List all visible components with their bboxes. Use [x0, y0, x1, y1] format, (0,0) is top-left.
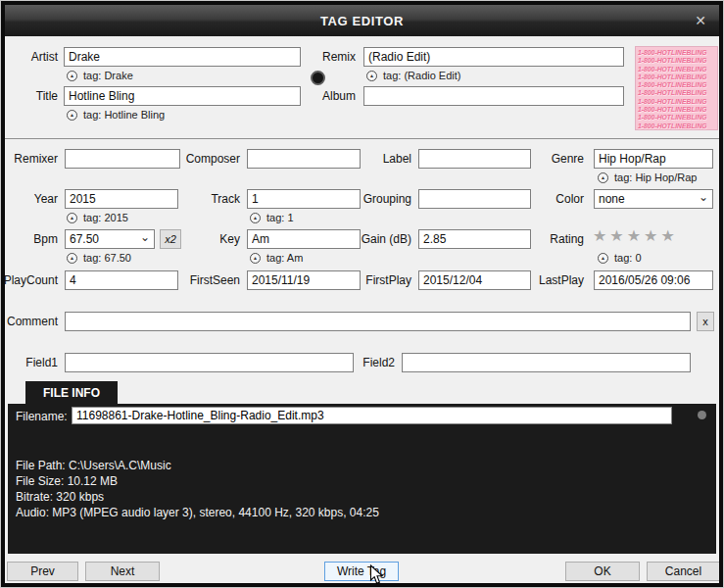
- chevron-down-icon: ⌄: [699, 192, 708, 202]
- file-status-dot-icon: [698, 411, 706, 419]
- close-icon[interactable]: ✕: [695, 5, 706, 37]
- status-led-icon: [311, 71, 325, 85]
- genre-tag-row: ▲ tag: Hip Hop/Rap: [598, 171, 697, 184]
- year-tag-row: ▲ tag: 2015: [67, 211, 128, 224]
- title-bar: TAG EDITOR ✕: [4, 4, 720, 36]
- write-tag-button[interactable]: Write Tag: [324, 562, 399, 581]
- artist-tag-text: tag: Drake: [83, 70, 133, 81]
- key-label: Key: [219, 229, 240, 249]
- apply-tag-icon[interactable]: ▲: [598, 172, 608, 183]
- artist-label: Artist: [31, 47, 58, 67]
- genre-label: Genre: [552, 149, 584, 169]
- bpm-tag-row: ▲ tag: 67.50: [67, 251, 131, 265]
- remix-label: Remix: [322, 47, 356, 67]
- apply-tag-icon[interactable]: ▲: [250, 213, 261, 223]
- chevron-down-icon: ⌄: [140, 232, 150, 242]
- color-select[interactable]: none ⌄: [594, 189, 713, 209]
- genre-input[interactable]: [594, 149, 713, 169]
- composer-label: Composer: [186, 149, 240, 169]
- album-label: Album: [322, 86, 356, 106]
- file-info-panel: Filename: File Path: C:\Users\A.C\Music …: [8, 404, 716, 554]
- filename-label: Filename:: [16, 408, 68, 425]
- grouping-label: Grouping: [363, 189, 411, 209]
- key-tag-row: ▲ tag: Am: [250, 251, 303, 265]
- tag-editor-dialog: TAG EDITOR ✕ Artist ▲ tag: Drake Remix ▲…: [0, 0, 724, 588]
- color-label: Color: [555, 189, 584, 209]
- next-button[interactable]: Next: [85, 562, 160, 581]
- section-divider: [4, 138, 720, 139]
- grouping-input[interactable]: [418, 189, 531, 209]
- apply-tag-icon[interactable]: ▲: [366, 71, 377, 81]
- year-input[interactable]: [65, 189, 178, 209]
- track-input[interactable]: [247, 189, 361, 209]
- lastplay-label: LastPlay: [539, 270, 584, 290]
- ok-button[interactable]: OK: [565, 562, 640, 581]
- cancel-button[interactable]: Cancel: [647, 562, 720, 581]
- key-tag-text: tag: Am: [266, 252, 303, 264]
- album-art: 1-800-HOTLINEBLING1-800-HOTLINEBLING1-80…: [635, 46, 718, 130]
- filename-input[interactable]: [72, 407, 672, 424]
- lastplay-input[interactable]: [594, 270, 713, 290]
- composer-input[interactable]: [247, 149, 361, 169]
- year-tag-text: tag: 2015: [83, 212, 128, 223]
- rating-tag-text: tag: 0: [614, 252, 642, 264]
- color-select-value: none: [599, 192, 699, 206]
- apply-tag-icon[interactable]: ▲: [250, 253, 261, 264]
- playcount-label: PlayCount: [4, 270, 58, 290]
- apply-tag-icon[interactable]: ▲: [67, 71, 77, 81]
- key-input[interactable]: [247, 229, 361, 249]
- album-input[interactable]: [363, 86, 624, 106]
- bpm-label: Bpm: [33, 229, 58, 249]
- field2-input[interactable]: [402, 353, 691, 372]
- artist-tag-row: ▲ tag: Drake: [67, 69, 133, 82]
- firstseen-label: FirstSeen: [190, 270, 240, 290]
- firstplay-input[interactable]: [418, 270, 531, 290]
- remixer-input[interactable]: [65, 149, 180, 169]
- bpm-double-button[interactable]: x2: [160, 229, 181, 249]
- remix-input[interactable]: [363, 47, 624, 67]
- label-label: Label: [383, 149, 411, 169]
- track-tag-text: tag: 1: [266, 212, 294, 223]
- file-path-text: File Path: C:\Users\A.C\Music: [16, 458, 379, 473]
- label-input[interactable]: [418, 149, 531, 169]
- genre-tag-text: tag: Hip Hop/Rap: [614, 172, 697, 183]
- prev-button[interactable]: Prev: [7, 562, 78, 581]
- title-tag-row: ▲ tag: Hotline Bling: [67, 108, 165, 122]
- field1-input[interactable]: [65, 353, 354, 372]
- artist-input[interactable]: [64, 47, 301, 67]
- gain-label: Gain (dB): [362, 229, 411, 249]
- rating-tag-row: ▲ tag: 0: [598, 251, 642, 265]
- title-tag-text: tag: Hotline Bling: [83, 109, 165, 121]
- title-label: Title: [36, 86, 58, 106]
- comment-clear-button[interactable]: x: [697, 312, 714, 331]
- apply-tag-icon[interactable]: ▲: [67, 110, 77, 121]
- bitrate-text: Bitrate: 320 kbps: [16, 489, 379, 505]
- bpm-select-value: 67.50: [70, 232, 140, 246]
- rating-label: Rating: [550, 229, 584, 249]
- year-label: Year: [34, 189, 58, 209]
- apply-tag-icon[interactable]: ▲: [67, 213, 77, 223]
- track-tag-row: ▲ tag: 1: [250, 211, 294, 224]
- firstseen-input[interactable]: [247, 270, 361, 290]
- remix-tag-text: tag: (Radio Edit): [383, 70, 460, 81]
- rating-stars[interactable]: ★★★★★: [593, 226, 678, 245]
- apply-tag-icon[interactable]: ▲: [598, 253, 608, 264]
- file-details: File Path: C:\Users\A.C\Music File Size:…: [16, 458, 379, 520]
- tab-file-info[interactable]: FILE INFO: [25, 381, 118, 405]
- bpm-select[interactable]: 67.50 ⌄: [65, 229, 155, 249]
- title-input[interactable]: [64, 86, 301, 106]
- track-label: Track: [211, 189, 240, 209]
- window-title: TAG EDITOR: [4, 5, 720, 37]
- comment-input[interactable]: [65, 312, 691, 331]
- remixer-label: Remixer: [14, 149, 58, 169]
- remix-tag-row: ▲ tag: (Radio Edit): [366, 69, 460, 82]
- field1-label: Field1: [25, 353, 58, 372]
- bpm-tag-text: tag: 67.50: [83, 252, 131, 264]
- field2-label: Field2: [362, 353, 395, 372]
- gain-input[interactable]: [418, 229, 531, 249]
- comment-label: Comment: [7, 312, 58, 331]
- apply-tag-icon[interactable]: ▲: [67, 253, 77, 264]
- file-size-text: File Size: 10.12 MB: [16, 473, 379, 489]
- firstplay-label: FirstPlay: [365, 270, 411, 290]
- playcount-input[interactable]: [65, 270, 178, 290]
